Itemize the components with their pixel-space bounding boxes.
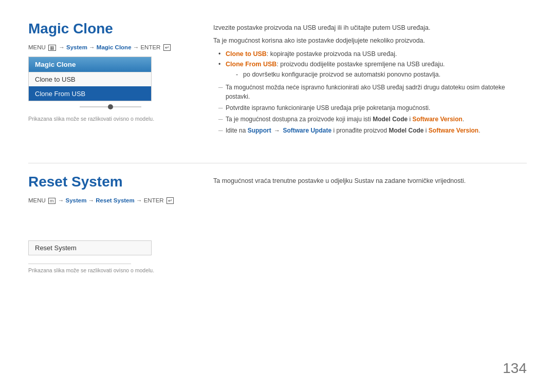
system-link: System [66, 44, 87, 50]
menu-label: MENU [28, 44, 46, 50]
dash4-sw: Software Version [429, 127, 478, 134]
bullet-clone-to-usb: Clone to USB: kopirajte postavke proizvo… [218, 49, 527, 59]
widget-item-clone-from-usb[interactable]: Clone From USB [29, 86, 151, 101]
arrow3: → [133, 44, 139, 50]
reset-enter-icon: ↵ [166, 197, 174, 204]
reset-system-menu-path: MENU m → System → Reset System → ENTER ↵ [28, 197, 193, 203]
magic-clone-left: Magic Clone MENU ▦ → System → Magic Clon… [28, 21, 193, 137]
reset-system-caption: Prikazana slika može se razlikovati ovis… [28, 267, 193, 273]
enter-icon: ↵ [163, 44, 171, 51]
reset-system-widget: Reset System [28, 240, 152, 255]
dash-note-4: Idite na Support → Software Update i pro… [218, 126, 527, 135]
bullet2-text: : proizvodu dodijelite postavke spremlje… [276, 61, 445, 68]
arrow1: → [59, 44, 65, 50]
dash3-sep: i [408, 116, 412, 123]
bullet1-text: : kopirajte postavke proizvoda na USB ur… [267, 50, 397, 58]
dash3-suffix: . [462, 116, 464, 123]
slider-thumb [108, 104, 113, 109]
magic-clone-right: Izvezite postavke proizvoda na USB uređa… [213, 21, 527, 137]
slider-area [28, 101, 193, 113]
menu-icon: ▦ [48, 45, 56, 51]
reset-enter-label: ENTER [144, 197, 164, 203]
reset-spacer2 [28, 255, 193, 264]
magic-clone-menu-path: MENU ▦ → System → Magic Clone → ENTER ↵ [28, 44, 193, 50]
reset-spacer [28, 210, 193, 240]
sub-bullet-list: po dovršetku konfiguracije proizvod se a… [236, 69, 527, 80]
reset-system-link2: Reset System [96, 197, 134, 203]
bullet-clone-from-usb: Clone From USB: proizvodu dodijelite pos… [218, 59, 527, 80]
widget-item-clone-to-usb[interactable]: Clone to USB [29, 72, 151, 86]
reset-system-right: Ta mogućnost vraća trenutne postavke u o… [213, 174, 527, 273]
dash4-suffix: . [478, 127, 480, 134]
dash3-sw: Software Version [413, 116, 462, 123]
page: Magic Clone MENU ▦ → System → Magic Clon… [0, 0, 555, 392]
widget-header: Magic Clone [29, 57, 151, 72]
magic-clone-title: Magic Clone [28, 21, 193, 37]
bullet2-label: Clone From USB [226, 61, 276, 68]
reset-arrow2: → [88, 197, 95, 203]
reset-widget-divider [28, 264, 131, 264]
dash4-prefix: Idite na [226, 127, 248, 134]
bullet1-label: Clone to USB [226, 50, 267, 58]
magic-clone-widget: Magic Clone Clone to USB Clone From USB [28, 57, 152, 101]
reset-system-section: Reset System MENU m → System → Reset Sys… [28, 174, 527, 273]
page-number: 134 [503, 360, 527, 377]
slider-track [80, 106, 141, 107]
enter-label: ENTER [140, 44, 160, 50]
dash-note-3: Ta je mogućnost dostupna za proizvode ko… [218, 115, 527, 124]
reset-arrow1: → [58, 197, 64, 203]
magic-clone-desc1: Izvezite postavke proizvoda na USB uređa… [213, 23, 527, 33]
dash3-prefix: Ta je mogućnost dostupna za proizvode ko… [226, 116, 373, 123]
reset-system-title: Reset System [28, 174, 193, 190]
dash3-model: Model Code [373, 116, 408, 123]
magic-clone-link: Magic Clone [97, 44, 132, 50]
magic-clone-desc2: Ta je mogućnost korisna ako iste postavk… [213, 36, 527, 46]
dash4-arrow: → [274, 126, 280, 135]
dash-note-1: Ta mogućnost možda neće ispravno funkcio… [218, 83, 527, 101]
dash4-mid: i pronađite proizvod [331, 127, 388, 134]
magic-clone-section: Magic Clone MENU ▦ → System → Magic Clon… [28, 21, 527, 137]
dash4-update: Software Update [283, 127, 331, 134]
reset-menu-label: MENU [28, 197, 46, 203]
dash-note-2: Potvrdite ispravno funkcioniranje USB ur… [218, 103, 527, 113]
widget-reset-item[interactable]: Reset System [29, 241, 151, 255]
magic-clone-caption: Prikazana slika može se razlikovati ovis… [28, 116, 193, 122]
reset-arrow3: → [136, 197, 142, 203]
magic-clone-bullets: Clone to USB: kopirajte postavke proizvo… [218, 49, 527, 80]
dash4-model: Model Code [388, 127, 423, 134]
sub-bullet-item: po dovršetku konfiguracije proizvod se a… [236, 69, 527, 80]
reset-system-link: System [65, 197, 86, 203]
dash4-sep: i [423, 127, 428, 134]
dash4-support: Support [248, 127, 271, 134]
reset-menu-icon: m [48, 198, 55, 204]
section-divider [28, 163, 527, 163]
reset-system-desc: Ta mogućnost vraća trenutne postavke u o… [213, 176, 527, 186]
arrow2: → [89, 44, 95, 50]
reset-system-left: Reset System MENU m → System → Reset Sys… [28, 174, 193, 273]
